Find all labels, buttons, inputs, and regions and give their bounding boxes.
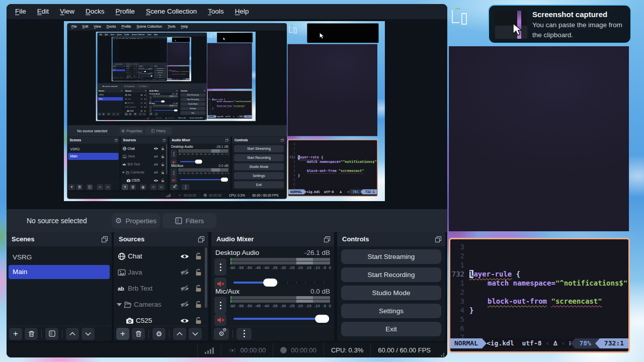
- start-recording-button[interactable]: Start Recording: [341, 267, 441, 282]
- controls-dock: Controls Start Streaming Start Recording…: [337, 232, 445, 341]
- preview-pixels: File Edit View Docks Profile Scene Colle…: [96, 32, 256, 121]
- kebab-menu-icon: [220, 263, 221, 271]
- menu-edit[interactable]: Edit: [32, 4, 54, 19]
- volume-slider[interactable]: [233, 279, 330, 287]
- move-source-up-button[interactable]: [173, 328, 186, 340]
- volume-slider[interactable]: [233, 315, 330, 323]
- popout-icon[interactable]: [324, 236, 330, 242]
- browser-source-icon: [118, 252, 126, 260]
- chevron-up-icon: [177, 332, 183, 336]
- channel-menu-button[interactable]: [214, 297, 226, 314]
- notification-body: You can paste the image from the clipboa…: [532, 20, 627, 40]
- unlock-icon[interactable]: [195, 252, 202, 260]
- broadcast-icon: [228, 347, 236, 354]
- unlock-icon[interactable]: [195, 317, 202, 324]
- move-source-down-button[interactable]: [189, 328, 202, 340]
- kebab-menu-icon: [244, 330, 245, 337]
- chevron-down-icon: [192, 332, 198, 336]
- remove-scene-button[interactable]: [25, 328, 38, 340]
- record-timer: 00:00:00: [291, 346, 316, 354]
- fps-indicator: 60.00 / 60.00 FPS: [378, 346, 431, 354]
- volume-meter: [230, 258, 330, 265]
- statusline-info: <ig.kdl utf-8 ‹ ∆ ‹ ≡ kdl: [487, 338, 571, 348]
- menu-view[interactable]: View: [54, 4, 80, 19]
- scroll-percentage: 78%: [575, 338, 595, 348]
- sources-dock-title: Sources: [114, 232, 208, 246]
- move-scene-up-button[interactable]: [66, 328, 79, 340]
- connection-bars-icon: [205, 347, 214, 354]
- properties-button[interactable]: ⚙ Properties: [112, 213, 160, 228]
- cursor-position: 732:1: [600, 338, 628, 348]
- popout-icon[interactable]: [198, 236, 204, 242]
- slider-handle[interactable]: [315, 315, 329, 323]
- preview-pixels: File Edit View Docks Profile Scene Colle…: [64, 21, 385, 201]
- notification-layer-panel: [449, 46, 629, 231]
- scenes-toolbar: +: [7, 326, 112, 341]
- menu-docks[interactable]: Docks: [80, 4, 110, 19]
- hidden-eye-icon[interactable]: [180, 301, 189, 309]
- expand-triangle-icon[interactable]: [117, 303, 122, 306]
- filters-button[interactable]: Filters: [163, 213, 216, 228]
- unlock-icon[interactable]: [195, 301, 202, 308]
- popout-icon[interactable]: [435, 236, 441, 242]
- source-row-brb-text[interactable]: ab Brb Text: [114, 281, 208, 297]
- meter-scale: -60-55-50-45-40-35-30-25-20-15-10-50: [229, 265, 331, 270]
- terminal-window[interactable]: 3 2 1 732 layer-rule { 1 match namespace…: [449, 238, 630, 353]
- sources-scrollbar[interactable]: [205, 247, 207, 308]
- hidden-eye-icon[interactable]: [180, 285, 189, 293]
- source-row-java[interactable]: Java: [114, 264, 208, 281]
- menu-file[interactable]: File: [10, 4, 32, 19]
- vim-mode-indicator: NORMAL: [450, 338, 482, 348]
- visible-eye-icon[interactable]: [180, 317, 189, 325]
- advanced-audio-button[interactable]: ⚙⚙: [214, 328, 229, 340]
- trash-icon: [135, 330, 142, 337]
- kebab-menu-icon: [220, 302, 221, 309]
- add-scene-button[interactable]: +: [9, 328, 22, 340]
- source-row-chat[interactable]: Chat: [114, 248, 208, 264]
- slider-handle[interactable]: [263, 279, 277, 287]
- editor-statusline: NORMAL <ig.kdl utf-8 ‹ ∆ ‹ ≡ kdl 78% 732…: [450, 338, 628, 348]
- volume-meter: [230, 296, 330, 304]
- studio-mode-button[interactable]: Studio Mode: [341, 286, 441, 300]
- add-source-button[interactable]: +: [116, 328, 129, 340]
- unlock-icon[interactable]: [195, 268, 202, 276]
- move-scene-down-button[interactable]: [82, 328, 95, 340]
- stream-timer: 00:00:00: [240, 346, 266, 354]
- menu-tools[interactable]: Tools: [202, 4, 229, 19]
- menu-help[interactable]: Help: [229, 4, 255, 19]
- text-source-icon: ab: [118, 285, 126, 293]
- exit-button[interactable]: Exit: [341, 322, 441, 336]
- source-action-toolbar: No source selected ⚙ Properties Filters: [7, 209, 447, 232]
- obs-window: File Edit View Docks Profile Scene Colle…: [7, 4, 447, 357]
- start-streaming-button[interactable]: Start Streaming: [341, 249, 441, 264]
- program-preview[interactable]: File Edit View Docks Profile Scene Colle…: [64, 21, 385, 201]
- mute-button[interactable]: [214, 314, 226, 326]
- menu-scene-collection[interactable]: Scene Collection: [140, 4, 202, 19]
- remove-source-button[interactable]: [132, 328, 145, 340]
- muted-speaker-icon: [217, 281, 224, 287]
- channel-volume-db: 0.0 dB: [310, 288, 330, 295]
- visible-eye-icon[interactable]: [180, 252, 189, 260]
- source-properties-button[interactable]: ⚙: [152, 328, 166, 340]
- source-row-cameras-group[interactable]: Cameras: [114, 297, 208, 313]
- settings-button[interactable]: Settings: [341, 304, 441, 318]
- gear-icon: ⚙: [156, 330, 163, 338]
- mixer-toolbar: ⚙⚙: [211, 326, 334, 341]
- resize-grip[interactable]: [439, 351, 445, 357]
- menu-profile[interactable]: Profile: [110, 4, 140, 19]
- scene-item-main[interactable]: Main: [9, 265, 110, 279]
- image-source-icon: [118, 268, 126, 277]
- scenes-dock: Scenes VSRG Main +: [7, 232, 112, 341]
- filters-icon: [49, 330, 55, 337]
- audio-mixer-title: Audio Mixer: [211, 232, 334, 246]
- record-icon: [280, 347, 287, 353]
- channel-menu-button[interactable]: [214, 258, 226, 276]
- mixer-menu-button[interactable]: [236, 328, 252, 340]
- notification[interactable]: Screenshot captured You can paste the im…: [488, 5, 631, 44]
- hidden-eye-icon[interactable]: [180, 268, 189, 277]
- scene-filters-button[interactable]: [45, 328, 58, 340]
- scene-item-vsrg[interactable]: VSRG: [9, 250, 110, 264]
- popout-icon[interactable]: [102, 236, 108, 242]
- chevron-down-icon: [85, 332, 91, 336]
- unlock-icon[interactable]: [195, 285, 202, 292]
